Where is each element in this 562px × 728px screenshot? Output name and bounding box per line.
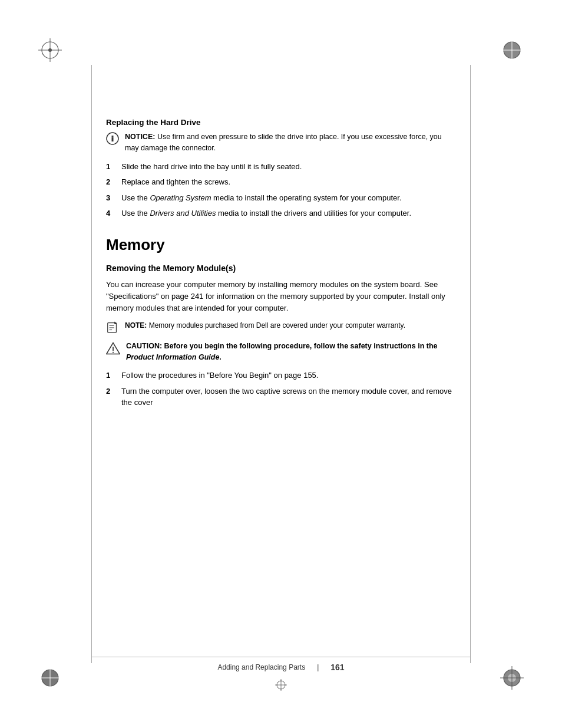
memory-heading: Memory — [106, 236, 456, 254]
vline-right — [470, 65, 471, 663]
svg-point-26 — [113, 352, 114, 353]
memory-sub-heading: Removing the Memory Module(s) — [106, 263, 456, 273]
caution-icon — [106, 341, 120, 355]
notice-icon — [106, 132, 119, 145]
step-3-text: Use the Operating System media to instal… — [121, 192, 401, 204]
notice-label: NOTICE: — [125, 133, 155, 141]
step-3-num: 3 — [106, 192, 114, 204]
step-4: 4 Use the Drivers and Utilities media to… — [106, 207, 456, 219]
footer-section: Adding and Replacing Parts — [217, 663, 305, 671]
memory-body: You can increase your computer memory by… — [106, 279, 456, 314]
main-content: Replacing the Hard Drive NOTICE: Use fir… — [106, 118, 456, 634]
footer-line — [91, 657, 471, 657]
mem-step-1-text: Follow the procedures in "Before You Beg… — [121, 370, 318, 381]
note-text: NOTE: Memory modules purchased from Dell… — [125, 320, 405, 331]
step-3: 3 Use the Operating System media to inst… — [106, 192, 456, 204]
caution-body: Before you begin the following procedure… — [126, 342, 438, 361]
step-1: 1 Slide the hard drive into the bay unti… — [106, 161, 456, 173]
note-box: NOTE: Memory modules purchased from Dell… — [106, 320, 456, 334]
section1-steps: 1 Slide the hard drive into the bay unti… — [106, 161, 456, 219]
mem-step-1: 1 Follow the procedures in "Before You B… — [106, 370, 456, 381]
mem-step-2-text: Turn the computer over, loosen the two c… — [121, 386, 456, 409]
caution-label: CAUTION: — [126, 342, 162, 350]
page: Replacing the Hard Drive NOTICE: Use fir… — [0, 0, 562, 728]
mem-step-2: 2 Turn the computer over, loosen the two… — [106, 386, 456, 409]
step-1-text: Slide the hard drive into the bay until … — [121, 161, 302, 173]
notice-body: Use firm and even pressure to slide the … — [125, 133, 442, 152]
mem-step-2-num: 2 — [106, 386, 114, 409]
svg-point-3 — [48, 48, 52, 52]
caution-text: CAUTION: Before you begin the following … — [126, 341, 456, 363]
notice-box: NOTICE: Use firm and even pressure to sl… — [106, 131, 456, 154]
mid-mark-bottom — [272, 676, 290, 696]
step-2-text: Replace and tighten the screws. — [121, 176, 230, 188]
step-2: 2 Replace and tighten the screws. — [106, 176, 456, 188]
footer: Adding and Replacing Parts | 161 — [0, 663, 562, 672]
step-2-num: 2 — [106, 176, 114, 188]
step-4-text: Use the Drivers and Utilities media to i… — [121, 207, 411, 219]
corner-mark-tl — [32, 32, 68, 68]
step-1-num: 1 — [106, 161, 114, 173]
footer-pipe: | — [317, 663, 319, 671]
vline-left — [91, 65, 92, 663]
svg-rect-18 — [112, 137, 114, 141]
note-icon — [106, 321, 119, 334]
footer-page-number: 161 — [330, 663, 344, 672]
step-4-num: 4 — [106, 207, 114, 219]
corner-mark-tr — [494, 32, 530, 68]
memory-steps: 1 Follow the procedures in "Before You B… — [106, 370, 456, 409]
note-label: NOTE: — [125, 321, 147, 330]
note-body: Memory modules purchased from Dell are c… — [149, 321, 405, 330]
section-replacing-hard-drive: Replacing the Hard Drive NOTICE: Use fir… — [106, 118, 456, 219]
section1-heading: Replacing the Hard Drive — [106, 118, 456, 127]
svg-rect-19 — [112, 136, 114, 137]
section-memory: Memory Removing the Memory Module(s) You… — [106, 236, 456, 409]
notice-text: NOTICE: Use firm and even pressure to sl… — [125, 131, 456, 154]
mem-step-1-num: 1 — [106, 370, 114, 381]
caution-box: CAUTION: Before you begin the following … — [106, 341, 456, 363]
